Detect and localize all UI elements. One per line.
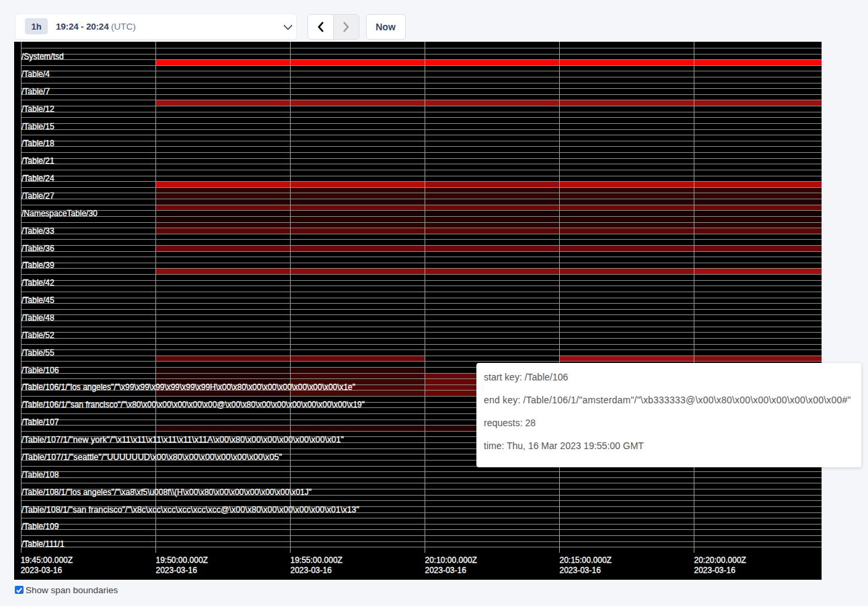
svg-text:/Table/24: /Table/24 (22, 174, 55, 183)
svg-text:/Table/107: /Table/107 (22, 417, 59, 427)
svg-text:/Table/4: /Table/4 (22, 69, 50, 78)
svg-text:2023-03-16: 2023-03-16 (21, 566, 63, 575)
svg-text:20:10:00.000Z: 20:10:00.000Z (425, 556, 477, 565)
svg-text:/Table/12: /Table/12 (22, 104, 55, 113)
svg-text:2023-03-16: 2023-03-16 (291, 566, 332, 575)
svg-text:/Table/108: /Table/108 (22, 469, 59, 479)
svg-text:/Table/42: /Table/42 (22, 278, 55, 288)
svg-text:/Table/55: /Table/55 (22, 347, 55, 357)
svg-text:19:55:00.000Z: 19:55:00.000Z (291, 556, 342, 565)
svg-text:2023-03-16: 2023-03-16 (425, 566, 467, 575)
svg-text:/Table/7: /Table/7 (22, 86, 50, 96)
svg-text:/Table/21: /Table/21 (22, 156, 55, 166)
svg-text:/Table/45: /Table/45 (22, 296, 55, 305)
svg-text:/Table/52: /Table/52 (22, 330, 55, 339)
svg-text:/Table/111/1: /Table/111/1 (22, 539, 65, 549)
svg-text:/Table/39: /Table/39 (22, 261, 55, 270)
svg-text:/Table/107/1/"new york"/"\x11\: /Table/107/1/"new york"/"\x11\x11\x11\x1… (22, 434, 344, 444)
svg-text:/Table/15: /Table/15 (22, 121, 55, 131)
svg-text:/Table/27: /Table/27 (22, 191, 55, 200)
svg-text:2023-03-16: 2023-03-16 (694, 566, 736, 575)
svg-text:/Table/107/1/"seattle"/"UUUUUU: /Table/107/1/"seattle"/"UUUUUUD\x00\x80\… (22, 452, 282, 461)
svg-text:19:50:00.000Z: 19:50:00.000Z (156, 556, 208, 565)
svg-text:/Table/106/1/"san francisco"/": /Table/106/1/"san francisco"/"\x80\x00\x… (22, 400, 365, 409)
svg-text:/Table/48: /Table/48 (22, 312, 55, 322)
svg-text:/Table/33: /Table/33 (22, 226, 55, 235)
svg-text:/Table/36: /Table/36 (22, 243, 55, 252)
svg-text:19:45:00.000Z: 19:45:00.000Z (21, 556, 73, 565)
svg-text:20:20:00.000Z: 20:20:00.000Z (694, 556, 746, 565)
svg-text:/Table/106: /Table/106 (22, 365, 59, 374)
svg-text:/System/tsd: /System/tsd (22, 52, 64, 61)
svg-text:/Table/108/1/"los angeles"/"\x: /Table/108/1/"los angeles"/"\xa8\xf5\u00… (22, 487, 312, 496)
svg-text:/NamespaceTable/30: /NamespaceTable/30 (22, 208, 98, 217)
svg-text:/Table/108/1/"san francisco"/": /Table/108/1/"san francisco"/"\x8c\xcc\x… (22, 504, 359, 514)
svg-text:/Table/109: /Table/109 (22, 522, 59, 531)
svg-text:/Table/18: /Table/18 (22, 139, 55, 148)
svg-text:2023-03-16: 2023-03-16 (156, 566, 198, 575)
svg-text:20:15:00.000Z: 20:15:00.000Z (560, 556, 612, 565)
svg-text:/Table/106/1/"los angeles"/"\x: /Table/106/1/"los angeles"/"\x99\x99\x99… (22, 382, 355, 392)
svg-text:2023-03-16: 2023-03-16 (560, 566, 602, 575)
